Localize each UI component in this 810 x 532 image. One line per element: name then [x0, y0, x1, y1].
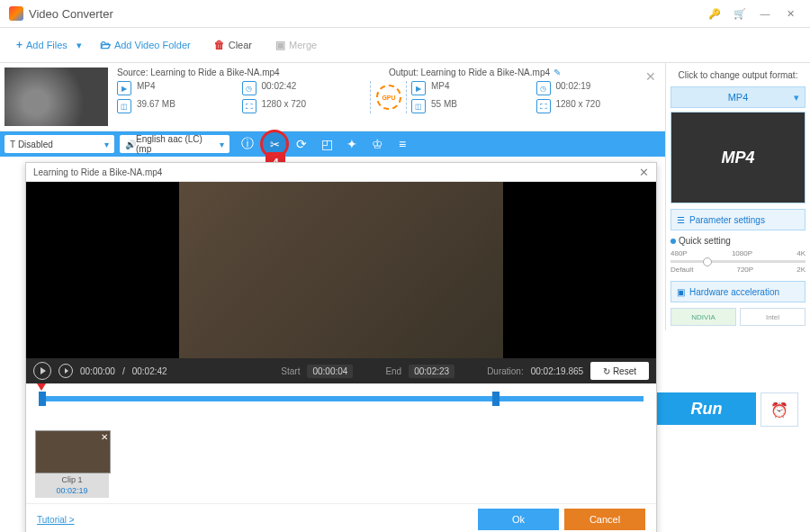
resolution-icon: ⛶	[536, 99, 551, 113]
out-size: 55 MB	[431, 99, 536, 113]
schedule-button[interactable]: ⏰	[760, 392, 798, 427]
cancel-button[interactable]: Cancel	[564, 509, 645, 530]
format-preview[interactable]: MP4	[670, 112, 806, 203]
reset-button[interactable]: ↻ Reset	[590, 362, 649, 380]
add-files-button[interactable]: +Add Files	[9, 35, 75, 55]
close-button[interactable]: ✕	[779, 3, 801, 24]
play-button[interactable]	[33, 362, 51, 380]
duration-label: Duration:	[487, 366, 524, 376]
quality-ticks-bottom: Default720P2K	[670, 266, 806, 274]
size-icon: ◫	[117, 99, 131, 113]
parameter-settings-button[interactable]: ☰Parameter settings	[670, 209, 806, 230]
remove-item-button[interactable]: ✕	[645, 69, 656, 84]
quick-setting-label: Quick setting	[670, 236, 806, 246]
clip-item[interactable]: ✕ Clip 100:02:19	[35, 430, 109, 498]
intel-button[interactable]: Intel	[740, 308, 806, 326]
format-panel-head: Click to change output format:	[670, 68, 806, 83]
hardware-acceleration-button[interactable]: ▣Hardware acceleration	[670, 281, 806, 302]
src-size: 39.67 MB	[137, 99, 242, 113]
merge-button: ▣Merge	[268, 35, 324, 55]
ok-button[interactable]: Ok	[478, 509, 559, 530]
video-preview[interactable]	[26, 182, 656, 358]
cart-icon[interactable]: 🛒	[729, 3, 751, 24]
trim-handle-right[interactable]	[492, 392, 500, 406]
quality-slider[interactable]	[670, 260, 806, 263]
add-video-folder-button[interactable]: 🗁Add Video Folder	[93, 35, 198, 55]
src-duration: 00:02:42	[262, 81, 367, 95]
time-total: 00:02:42	[132, 366, 167, 376]
output-format-dropdown[interactable]: MP4▾	[670, 86, 806, 108]
slider-knob[interactable]	[703, 257, 712, 266]
end-label: End	[385, 366, 401, 376]
src-resolution: 1280 x 720	[262, 99, 367, 113]
step-button[interactable]	[58, 364, 73, 378]
start-label: Start	[281, 366, 300, 376]
trash-icon: 🗑	[214, 39, 225, 51]
edit-output-icon[interactable]: ✎	[554, 68, 561, 77]
reset-icon: ↻	[603, 366, 610, 376]
tutorial-link[interactable]: Tutorial >	[37, 515, 75, 525]
playhead-marker[interactable]	[37, 383, 46, 391]
size-icon: ◫	[411, 99, 426, 113]
video-thumbnail[interactable]	[4, 68, 108, 126]
nvidia-button[interactable]: NDIVIA	[670, 308, 736, 326]
minimize-button[interactable]: —	[754, 3, 776, 24]
info-icon[interactable]: ⓘ	[235, 131, 260, 157]
folder-icon: 🗁	[100, 39, 111, 51]
app-logo	[9, 6, 23, 21]
app-title: Video Converter	[29, 7, 700, 21]
plus-icon: +	[16, 39, 22, 51]
clock-icon: ⏰	[770, 401, 788, 419]
subtitle-icon[interactable]: ≡	[390, 131, 415, 157]
format-icon: ▶	[117, 81, 131, 95]
duration-icon: ◷	[242, 81, 256, 95]
gpu-badge: GPU	[376, 85, 401, 110]
add-files-dropdown[interactable]: ▾	[75, 36, 84, 55]
chip-icon: ▣	[677, 287, 685, 297]
end-value[interactable]: 00:02:23	[409, 365, 454, 378]
start-value[interactable]: 00:00:04	[307, 365, 353, 378]
format-icon: ▶	[411, 81, 426, 95]
audio-dropdown[interactable]: 🔊English aac (LC) (mp▾	[120, 135, 230, 153]
source-file: Learning to Ride a Bike-NA.mp4	[150, 68, 279, 77]
resolution-icon: ⛶	[242, 99, 256, 113]
out-resolution: 1280 x 720	[556, 99, 662, 113]
watermark-icon[interactable]: ♔	[364, 131, 390, 157]
crop-icon[interactable]: ◰	[314, 131, 339, 157]
clip-name: Clip 1	[35, 475, 109, 486]
settings-icon: ☰	[677, 215, 685, 225]
run-button[interactable]: Run	[657, 392, 756, 425]
merge-icon: ▣	[275, 39, 285, 51]
clip-thumbnail: ✕	[35, 430, 111, 473]
quality-ticks-top: 480P1080P4K	[670, 249, 806, 257]
subtitle-dropdown[interactable]: T Disabled▾	[4, 135, 114, 153]
editor-close-button[interactable]: ✕	[639, 166, 649, 179]
duration-value: 00:02:19.865	[531, 366, 583, 376]
duration-icon: ◷	[536, 81, 551, 95]
source-label: Source:	[117, 68, 148, 77]
video-item[interactable]: ✕ Source: Learning to Ride a Bike-NA.mp4…	[0, 63, 665, 131]
clear-button[interactable]: 🗑Clear	[207, 35, 259, 55]
effects-icon[interactable]: ✦	[339, 131, 364, 157]
key-icon[interactable]: 🔑	[704, 3, 725, 24]
trim-slider[interactable]: ✂Trim	[26, 383, 656, 425]
editor-title: Learning to Ride a Bike-NA.mp4	[33, 167, 162, 177]
src-format: MP4	[137, 81, 242, 95]
out-format: MP4	[431, 81, 536, 95]
output-file: Learning to Ride a Bike-NA.mp4	[421, 68, 550, 77]
trim-handle-left[interactable]	[39, 392, 46, 406]
cut-editor-dialog: Learning to Ride a Bike-NA.mp4✕ 00:00:00…	[25, 162, 657, 532]
time-current: 00:00:00	[80, 366, 115, 376]
clip-remove-icon[interactable]: ✕	[101, 432, 108, 442]
cut-button[interactable]: ✂4	[260, 130, 289, 158]
edit-toolbar: T Disabled▾ 🔊English aac (LC) (mp▾ ⓘ ✂4 …	[0, 131, 665, 157]
output-label: Output:	[389, 68, 418, 77]
rotate-icon[interactable]: ⟳	[289, 131, 314, 157]
clip-duration: 00:02:19	[35, 486, 109, 497]
